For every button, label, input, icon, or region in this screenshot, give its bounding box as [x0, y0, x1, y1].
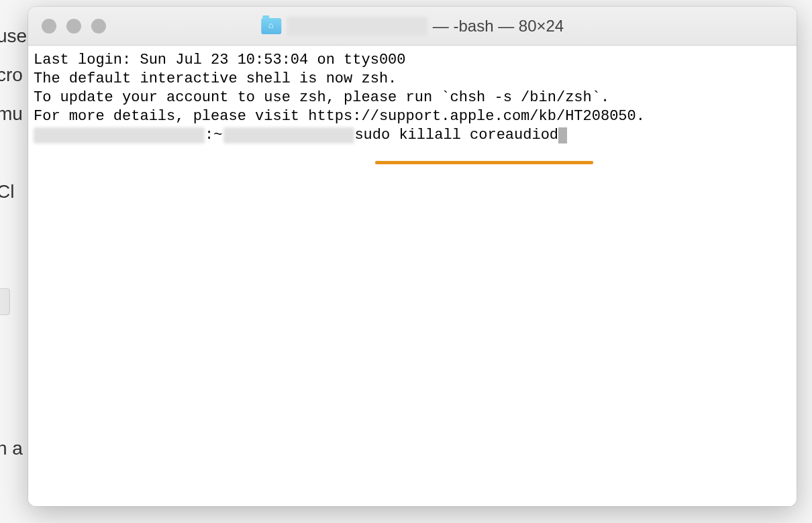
home-folder-icon: [261, 18, 281, 34]
terminal-line: To update your account to use zsh, pleas…: [34, 89, 791, 107]
annotation-underline: [375, 161, 593, 164]
terminal-window[interactable]: — -bash — 80×24 Last login: Sun Jul 23 1…: [28, 7, 797, 506]
window-controls: [42, 19, 106, 34]
command-input[interactable]: sudo killall coreaudiod: [354, 126, 558, 145]
terminal-line: For more details, please visit https://s…: [34, 107, 791, 126]
window-title: — -bash — 80×24: [261, 17, 564, 36]
prompt-separator: :~: [205, 126, 222, 145]
terminal-line: Last login: Sun Jul 23 10:53:04 on ttys0…: [34, 51, 791, 70]
background-page-text: n a: [0, 429, 23, 468]
title-suffix: — -bash — 80×24: [433, 17, 564, 36]
maximize-button[interactable]: [91, 19, 106, 34]
cursor: [558, 127, 567, 143]
close-button[interactable]: [42, 19, 56, 34]
bg-text-fragment: mu: [0, 95, 27, 133]
redacted-username: [223, 127, 354, 143]
bg-text-fragment: Cl: [0, 172, 27, 211]
window-title-bar[interactable]: — -bash — 80×24: [28, 7, 797, 46]
terminal-output-area[interactable]: Last login: Sun Jul 23 10:53:04 on ttys0…: [28, 46, 797, 506]
terminal-line: The default interactive shell is now zsh…: [34, 70, 791, 89]
redacted-hostname: [34, 127, 205, 143]
background-ui-element: [0, 288, 10, 315]
background-page-text: use cro mu Cl: [0, 17, 27, 211]
redacted-folder-name: [287, 17, 427, 36]
bg-text-fragment: use: [0, 17, 27, 56]
minimize-button[interactable]: [66, 19, 81, 34]
bg-text-fragment: n a: [0, 429, 23, 468]
bg-text-fragment: cro: [0, 56, 27, 95]
terminal-prompt-line[interactable]: :~ sudo killall coreaudiod: [34, 126, 791, 145]
